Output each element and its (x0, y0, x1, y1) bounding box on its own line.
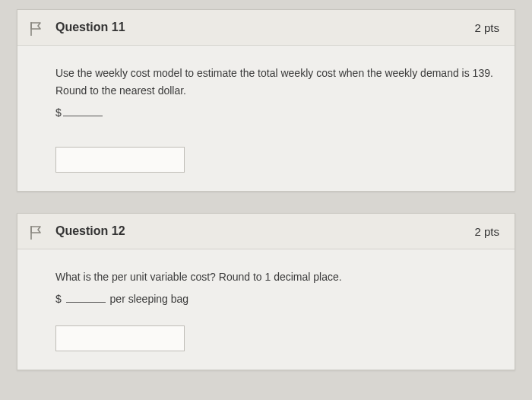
question-points: 2 pts (474, 225, 499, 238)
question-title: Question 12 (55, 224, 125, 238)
question-card-12: Question 12 2 pts What is the per unit v… (17, 213, 515, 370)
question-header: Question 11 2 pts (17, 10, 515, 46)
flag-icon[interactable] (28, 21, 43, 37)
question-header: Question 12 2 pts (17, 214, 515, 249)
question-points: 2 pts (474, 21, 499, 34)
answer-blank-line: $ per sleeping bag (55, 293, 188, 305)
flag-icon[interactable] (28, 224, 43, 241)
question-prompt-line2: Round to the nearest dollar. (55, 83, 495, 99)
blank-underline (66, 292, 106, 303)
answer-input[interactable] (55, 147, 185, 173)
answer-suffix: per sleeping bag (110, 293, 189, 305)
blank-underline (63, 106, 103, 116)
question-card-11: Question 11 2 pts Use the weekly cost mo… (17, 9, 515, 192)
currency-prefix: $ (55, 293, 62, 305)
currency-prefix: $ (55, 106, 62, 119)
question-body: Use the weekly cost model to estimate th… (17, 46, 515, 136)
answer-area (17, 315, 515, 370)
question-prompt-line1: What is the per unit variable cost? Roun… (55, 269, 495, 285)
answer-area (17, 136, 515, 191)
question-title: Question 11 (55, 21, 125, 34)
answer-input[interactable] (55, 325, 185, 351)
question-body: What is the per unit variable cost? Roun… (17, 249, 515, 315)
question-prompt-line1: Use the weekly cost model to estimate th… (55, 65, 495, 81)
answer-blank-line: $ (55, 105, 495, 121)
